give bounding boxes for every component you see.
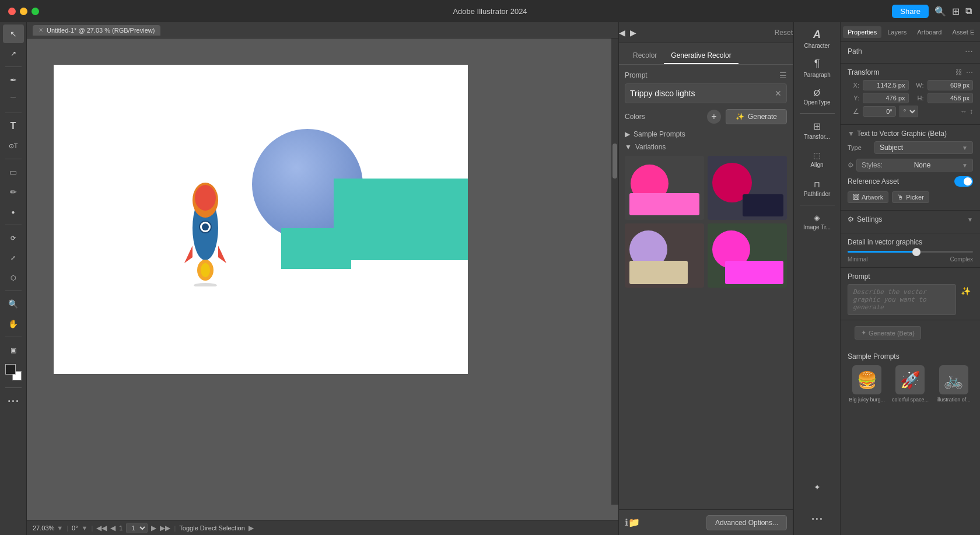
- next-artboard-btn[interactable]: ▶▶: [160, 524, 170, 532]
- prev-btn[interactable]: ◀: [110, 524, 116, 532]
- shaper-tool[interactable]: ⬡: [3, 268, 24, 287]
- w-value[interactable]: 609 px: [928, 80, 974, 90]
- variation-1[interactable]: [625, 156, 704, 220]
- h-value[interactable]: 458 px: [928, 93, 974, 103]
- y-value[interactable]: 476 px: [863, 93, 909, 103]
- more-tools-btn[interactable]: • • •: [3, 391, 24, 410]
- more-btn[interactable]: • • •: [801, 505, 834, 533]
- vertical-scrollbar[interactable]: [611, 39, 618, 505]
- scale-tool[interactable]: ⤢: [3, 249, 24, 267]
- x-value[interactable]: 1142.5 px: [863, 80, 909, 90]
- sample-prompts-toggle[interactable]: ▶ Sample Prompts: [625, 130, 787, 138]
- chevron-right-icon: ▶: [625, 130, 630, 138]
- prompt-options-icon[interactable]: ☰: [779, 71, 787, 80]
- cyan-rect-overlap[interactable]: [281, 228, 351, 269]
- artboard-select[interactable]: 1: [126, 523, 148, 533]
- variation-4[interactable]: [708, 223, 787, 288]
- add-color-btn[interactable]: +: [707, 110, 721, 124]
- generate-beta-btn[interactable]: ✦ Generate (Beta): [855, 326, 921, 340]
- path-more-btn[interactable]: ⋯: [965, 47, 973, 56]
- close-doc-icon[interactable]: ✕: [38, 27, 43, 33]
- align-panel-btn[interactable]: ⬚ Align: [801, 145, 834, 173]
- prompt-magic-btn[interactable]: ✨: [958, 284, 973, 298]
- canvas-wrapper[interactable]: [27, 39, 618, 520]
- artboard: [54, 65, 468, 374]
- flip-v-btn[interactable]: ↕: [970, 107, 973, 116]
- tab-properties[interactable]: Properties: [843, 26, 881, 38]
- tab-generative-recolor[interactable]: Generative Recolor: [664, 48, 738, 64]
- tab-recolor[interactable]: Recolor: [626, 48, 664, 64]
- reference-asset-toggle[interactable]: [954, 176, 973, 187]
- touch-type-tool[interactable]: ⊙T: [3, 137, 24, 155]
- pathfinder-panel-btn[interactable]: ⊓ Pathfinder: [801, 174, 834, 202]
- tab-artboard[interactable]: Artboard: [912, 26, 946, 38]
- zoom-tool[interactable]: 🔍: [3, 295, 24, 313]
- zoom-dropdown-icon[interactable]: ▼: [57, 524, 63, 531]
- recolor-back-btn[interactable]: ◀: [619, 28, 625, 37]
- styles-row: ⚙ Styles: None ▼: [848, 159, 973, 172]
- search-icon[interactable]: 🔍: [935, 6, 946, 17]
- selection-tool[interactable]: ↖: [3, 25, 24, 43]
- blob-brush-tool[interactable]: ●: [3, 202, 24, 221]
- close-button[interactable]: [8, 8, 16, 15]
- direct-selection-tool[interactable]: ↗: [3, 44, 24, 63]
- type-tool[interactable]: T: [3, 117, 24, 135]
- variation-3[interactable]: [625, 223, 704, 288]
- prev-artboard-btn[interactable]: ◀◀: [96, 524, 107, 532]
- curvature-tool[interactable]: ⌒: [3, 90, 24, 109]
- styles-select[interactable]: Styles: None ▼: [856, 159, 973, 172]
- character-panel-btn[interactable]: A Character: [801, 25, 834, 53]
- transform-link-icon[interactable]: ⛓: [956, 68, 963, 76]
- cyan-rect-object[interactable]: [334, 179, 468, 260]
- split-view-icon[interactable]: ⧉: [965, 6, 972, 16]
- prompt-textarea[interactable]: [848, 284, 956, 315]
- angle-select[interactable]: °: [900, 106, 918, 117]
- recolor-reset-btn[interactable]: Reset: [775, 29, 793, 37]
- detail-slider-track[interactable]: [848, 251, 973, 253]
- pen-tool[interactable]: ✒: [3, 71, 24, 89]
- arrange-windows-icon[interactable]: ⊞: [952, 6, 960, 17]
- sample-prompt-bike[interactable]: 🚲 illustration of...: [935, 365, 973, 404]
- sample-prompt-rocket[interactable]: 🚀 colorful space...: [891, 365, 929, 404]
- variations-toggle[interactable]: ▼ Variations: [625, 143, 787, 151]
- document-tab[interactable]: ✕ Untitled-1* @ 27.03 % (RGB/Preview): [33, 25, 160, 36]
- toggle-expand-btn[interactable]: ▶: [249, 524, 254, 532]
- next-btn[interactable]: ▶: [151, 524, 156, 532]
- prompt-clear-btn[interactable]: ✕: [775, 89, 782, 98]
- slider-thumb[interactable]: [912, 248, 921, 256]
- ai-tools-btn[interactable]: ✦: [801, 473, 834, 501]
- sample-prompt-burger[interactable]: 🍔 Big juicy burg...: [848, 365, 886, 404]
- artwork-btn[interactable]: 🖼 Artwork: [848, 191, 888, 203]
- t2v-collapse-icon[interactable]: ▼: [848, 130, 855, 138]
- variation-2[interactable]: [708, 156, 787, 220]
- settings-collapse-btn[interactable]: ▼: [967, 216, 973, 223]
- image-trace-panel-btn[interactable]: ◈ Image Tr...: [801, 208, 834, 236]
- rotate-tool[interactable]: ⟳: [3, 229, 24, 247]
- artboard-tool[interactable]: ▣: [3, 341, 24, 359]
- advanced-options-btn[interactable]: Advanced Options...: [706, 515, 787, 530]
- paragraph-panel-btn[interactable]: ¶ Paragraph: [801, 54, 834, 82]
- rocket-object[interactable]: [182, 181, 229, 286]
- minimize-button[interactable]: [20, 8, 27, 15]
- flip-h-btn[interactable]: ↔: [960, 107, 967, 116]
- share-button[interactable]: Share: [892, 5, 929, 18]
- transform-panel-btn[interactable]: ⊞ Transfor...: [801, 116, 834, 144]
- rotation-dropdown-icon[interactable]: ▼: [82, 524, 88, 531]
- transform-more-icon[interactable]: ⋯: [966, 68, 973, 76]
- picker-btn[interactable]: 🖱 Picker: [892, 191, 929, 203]
- fill-stroke-widget[interactable]: [4, 363, 23, 382]
- prompt-header: Prompt ☰: [625, 71, 787, 80]
- recolor-forward-btn[interactable]: ▶: [630, 28, 636, 37]
- tab-asset-export[interactable]: Asset E: [947, 26, 979, 38]
- fullscreen-button[interactable]: [32, 8, 39, 15]
- type-select[interactable]: Subject ▼: [874, 141, 973, 154]
- angle-value[interactable]: 0°: [863, 106, 896, 117]
- scrollbar-thumb-vertical[interactable]: [612, 144, 617, 179]
- tab-layers[interactable]: Layers: [883, 26, 911, 38]
- folder-icon-btn[interactable]: 📁: [628, 517, 640, 528]
- hand-tool[interactable]: ✋: [3, 314, 24, 333]
- pencil-tool[interactable]: ✏: [3, 183, 24, 201]
- shape-tool[interactable]: ▭: [3, 163, 24, 181]
- opentype-panel-btn[interactable]: Ø OpenType: [801, 83, 834, 111]
- generate-btn[interactable]: ✨ Generate: [726, 109, 787, 124]
